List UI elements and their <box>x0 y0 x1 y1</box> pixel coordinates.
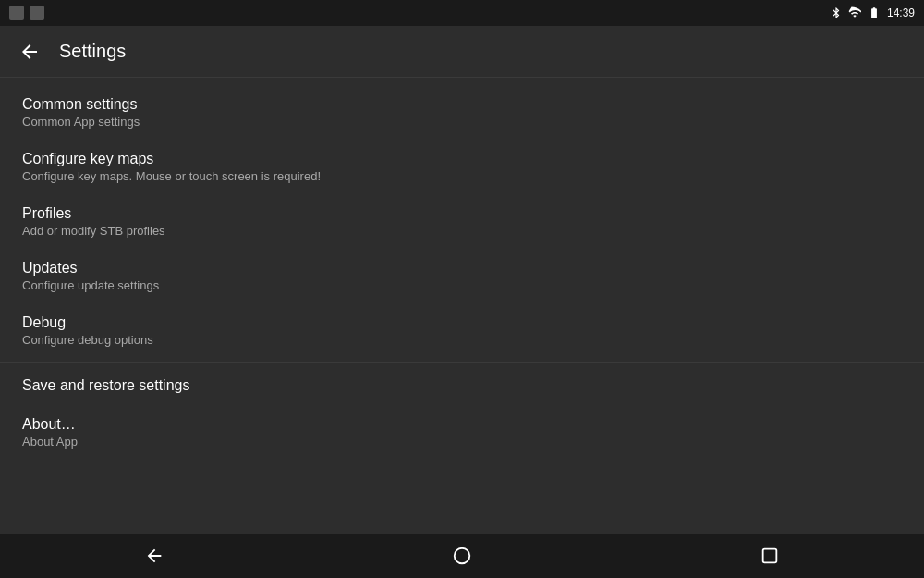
svg-rect-1 <box>763 549 777 563</box>
settings-item-subtitle-profiles: Add or modify STB profiles <box>22 224 902 238</box>
settings-item-debug[interactable]: DebugConfigure debug options <box>0 303 924 358</box>
settings-item-title-about: About… <box>22 416 902 433</box>
wifi-icon <box>848 6 861 19</box>
settings-item-subtitle-debug: Configure debug options <box>22 333 902 347</box>
settings-item-configure-key-maps[interactable]: Configure key mapsConfigure key maps. Mo… <box>0 140 924 194</box>
settings-list: Common settingsCommon App settingsConfig… <box>0 78 924 467</box>
settings-item-subtitle-configure-key-maps: Configure key maps. Mouse or touch scree… <box>22 169 902 183</box>
nav-back-button[interactable] <box>138 539 171 572</box>
settings-item-title-save-restore: Save and restore settings <box>22 377 902 394</box>
app-icon-2 <box>30 6 44 20</box>
settings-item-subtitle-about: About App <box>22 435 902 449</box>
status-bar-right: 14:39 <box>830 6 915 19</box>
back-arrow-icon <box>18 41 41 63</box>
app-bar: Settings <box>0 26 924 78</box>
settings-item-profiles[interactable]: ProfilesAdd or modify STB profiles <box>0 194 924 249</box>
settings-item-updates[interactable]: UpdatesConfigure update settings <box>0 249 924 303</box>
settings-item-subtitle-updates: Configure update settings <box>22 278 902 292</box>
nav-home-icon <box>452 546 472 566</box>
settings-item-title-configure-key-maps: Configure key maps <box>22 151 902 167</box>
settings-item-save-restore[interactable]: Save and restore settings <box>0 366 924 405</box>
nav-recents-button[interactable] <box>753 539 786 572</box>
page-title: Settings <box>59 41 126 62</box>
svg-point-0 <box>455 548 470 564</box>
nav-recents-icon <box>760 546 780 566</box>
settings-item-subtitle-common-settings: Common App settings <box>22 115 902 129</box>
settings-item-common-settings[interactable]: Common settingsCommon App settings <box>0 85 924 140</box>
nav-home-button[interactable] <box>445 539 479 572</box>
back-button[interactable] <box>15 37 44 67</box>
settings-item-about[interactable]: About…About App <box>0 405 924 460</box>
status-bar-left <box>9 6 44 20</box>
nav-back-icon <box>144 546 164 566</box>
settings-item-title-profiles: Profiles <box>22 205 902 222</box>
divider-4 <box>0 362 924 363</box>
settings-item-title-debug: Debug <box>22 314 902 331</box>
settings-item-title-common-settings: Common settings <box>22 96 902 113</box>
navigation-bar <box>0 534 924 578</box>
status-bar: 14:39 <box>0 0 924 26</box>
status-time: 14:39 <box>887 6 915 19</box>
battery-icon <box>867 6 881 19</box>
app-icon-1 <box>9 6 24 20</box>
settings-item-title-updates: Updates <box>22 260 902 277</box>
bluetooth-icon <box>830 6 843 19</box>
